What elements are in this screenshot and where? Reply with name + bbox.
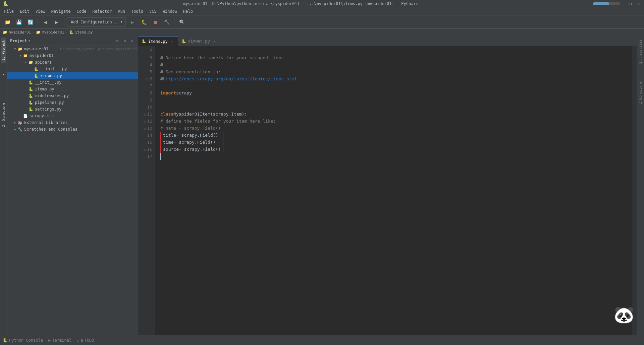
py-file-icon: 🐍 [28, 93, 34, 98]
structure-side-tab[interactable]: Z-Structure [638, 80, 643, 106]
folder-icon: 📁 [3, 30, 7, 34]
tree-item-items[interactable]: 🐍 items.py [7, 86, 138, 92]
terminal-icon: ▶ [48, 338, 51, 343]
tree-item-external-libs[interactable]: ▶ 📚 External Libraries [7, 119, 138, 126]
maximize-button[interactable]: □ [628, 1, 633, 6]
folder-icon-2: 📁 [36, 30, 41, 34]
line-numbers: 2 3 4 5 ⊟6 7 8 9 10 ⊟11 ⊟12 ⊟13 14 15 ⊟1… [138, 46, 155, 335]
tree-item-settings[interactable]: 🐍 settings.py [7, 106, 138, 113]
hide-panel-button[interactable]: ✕ [129, 38, 135, 44]
line-num: 7 [141, 83, 152, 90]
run-button[interactable]: ▶ [128, 17, 137, 27]
menu-tools[interactable]: Tools [128, 8, 146, 14]
tab-close-button[interactable]: ✕ [170, 39, 174, 44]
py-file-icon: 🐍 [34, 66, 39, 72]
favorites-side-tab[interactable]: 2: Favorites [638, 38, 643, 66]
tab-xinwen-py[interactable]: 🐍 xinwen.py ✕ [178, 37, 220, 46]
tree-item-myspider01[interactable]: ▼ 📁 myspider01 [7, 52, 138, 59]
project-tree: ▼ 📁 myspider01 D:\Python\python_project\… [7, 46, 138, 335]
code-line [160, 83, 632, 90]
breadcrumb: 📁 myspider01 › 📁 myspider01 › 🐍 items.py [0, 29, 644, 36]
open-folder-button[interactable]: 📁 [3, 17, 12, 27]
menu-run[interactable]: Run [115, 8, 128, 14]
terminal-label: Terminal [52, 338, 71, 343]
line-num: 9 [141, 97, 152, 104]
add-configuration-button[interactable]: Add Configuration... ▼ [67, 17, 126, 27]
tab-close-button[interactable]: ✕ [212, 39, 217, 44]
tab-bar: 🐍 items.py ✕ 🐍 xinwen.py ✕ [138, 36, 637, 46]
breadcrumb-sub[interactable]: myspider01 [42, 30, 64, 34]
tab-file-icon: 🐍 [142, 39, 146, 44]
vertical-labels: 2: Favorites Z-Structure [637, 36, 644, 335]
menu-file[interactable]: File [1, 8, 16, 14]
menu-vcs[interactable]: VCS [147, 8, 159, 14]
project-header-actions: ⊕ ⚙ ✕ [114, 38, 135, 44]
line-num: ⊟11 [141, 111, 152, 118]
title-bar: 🐍 myspider01 [D:\Python\python_project\m… [0, 0, 644, 7]
tab-items-py[interactable]: 🐍 items.py ✕ [138, 37, 178, 46]
line-num: 5 [141, 69, 152, 76]
menu-navigate[interactable]: Navigate [49, 8, 73, 14]
line-num: ⊟16 [141, 146, 152, 153]
left-panel-tabs: 1: Project ★ 2: Structure [0, 36, 7, 335]
project-panel-title: Project [10, 39, 27, 43]
code-editor[interactable]: 2 3 4 5 ⊟6 7 8 9 10 ⊟11 ⊟12 ⊟13 14 15 ⊟1… [138, 46, 637, 335]
code-line: #https://docs.scrapy.org/en/latest/topic… [160, 76, 632, 83]
build-button[interactable]: 🔨 [162, 17, 171, 27]
python-console-tab[interactable]: 🐍 Python Console [3, 337, 43, 344]
tree-arrow: ▶ [13, 121, 17, 124]
code-line [160, 104, 632, 111]
tree-item-myspider01-root[interactable]: ▼ 📁 myspider01 D:\Python\python_project\… [7, 46, 138, 52]
tree-item-pipelines[interactable]: 🐍 pipelines.py [7, 99, 138, 106]
tree-item-middlewares[interactable]: 🐍 middlewares.py [7, 92, 138, 99]
minimize-button[interactable]: ─ [620, 1, 625, 6]
tree-arrow: ▼ [23, 61, 28, 64]
right-gutter [632, 46, 637, 335]
window-title: myspider01 [D:\Python\python_project\mys… [8, 1, 593, 6]
stop-button[interactable]: ⏹ [151, 17, 160, 27]
terminal-tab[interactable]: ▶ Terminal [48, 337, 71, 344]
breadcrumb-sep-1: › [32, 30, 35, 34]
save-button[interactable]: 💾 [14, 17, 23, 27]
scratches-icon: 🔧 [17, 127, 23, 132]
tree-label: Scratches and Consoles [24, 127, 138, 132]
breadcrumb-root[interactable]: myspider01 [9, 30, 31, 34]
tree-label: myspider01 [30, 53, 138, 58]
tree-arrow: ▼ [13, 47, 17, 51]
synchronize-button[interactable]: 🔄 [25, 17, 35, 27]
tree-item-xinwen[interactable]: 🐍 xinwen.py [7, 72, 138, 79]
forward-button[interactable]: ▶ [52, 17, 61, 27]
code-line: # See documentation in: [160, 69, 632, 76]
tree-item-init-spiders[interactable]: 🐍 __init__.py [7, 66, 138, 72]
close-button[interactable]: ✕ [636, 1, 641, 6]
tree-item-init-root[interactable]: 🐍 __init__.py [7, 79, 138, 86]
menu-view[interactable]: View [33, 8, 48, 14]
search-everywhere-button[interactable]: 🔍 [177, 17, 186, 27]
debug-button[interactable]: 🐛 [139, 17, 149, 27]
tree-item-spiders[interactable]: ▼ 📁 spiders [7, 59, 138, 66]
python-console-icon: 🐍 [3, 338, 8, 343]
collapse-all-button[interactable]: ⊕ [114, 38, 120, 44]
breadcrumb-file[interactable]: items.py [75, 30, 93, 34]
todo-tab[interactable]: ☑ 6 TODO [77, 337, 94, 344]
editor-area: 🐍 items.py ✕ 🐍 xinwen.py ✕ 2 3 4 5 ⊟6 7 … [138, 36, 637, 335]
bear-mascot: 🐼 [610, 301, 637, 328]
menu-refactor[interactable]: Refactor [90, 8, 114, 14]
line-num: ⊟6 [141, 76, 152, 83]
project-tab[interactable]: 1: Project [1, 38, 6, 63]
menu-help[interactable]: Help [180, 8, 196, 14]
menu-edit[interactable]: Edit [17, 8, 32, 14]
favorites-tab[interactable]: ★ [1, 70, 6, 79]
settings-button[interactable]: ⚙ [122, 38, 128, 44]
line-num: 17 [141, 153, 152, 160]
structure-tab[interactable]: 2: Structure [1, 100, 6, 130]
menu-window[interactable]: Window [160, 8, 180, 14]
line-num: 15 [141, 139, 152, 146]
tree-item-scratches[interactable]: ▶ 🔧 Scratches and Consoles [7, 126, 138, 133]
py-file-icon: 🐍 [28, 86, 34, 92]
back-button[interactable]: ◀ [41, 17, 50, 27]
menu-code[interactable]: Code [74, 8, 89, 14]
code-content[interactable]: # Define here the models for your scrape… [155, 46, 632, 335]
tree-item-scrapy-cfg[interactable]: 📄 scrapy.cfg [7, 113, 138, 119]
line-num: 4 [141, 62, 152, 69]
